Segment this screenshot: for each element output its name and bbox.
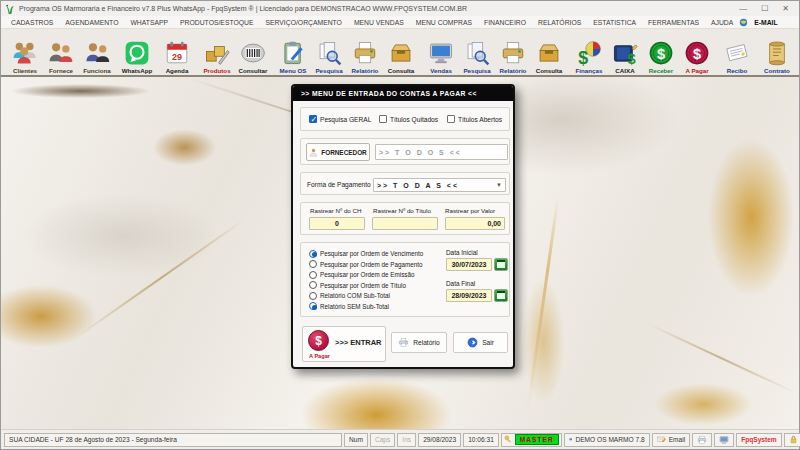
status-app-panel: DEMO OS MARMO 7.8 [564,433,650,447]
menu-email[interactable]: E-MAIL [748,19,783,26]
toolbar-caixa[interactable]: $ CAIXA [607,30,643,75]
toolbar-label: Pesquisa [463,67,490,74]
radio-circle[interactable] [309,281,317,289]
checkbox-titulos-abertos[interactable]: Títulos Abertos [447,115,502,123]
toolbar-consulta-os[interactable]: Consulta [383,30,419,75]
entrar-button[interactable]: $ >>> ENTRAR A Pagar [302,326,386,362]
toolbar: Clientes Fornece Funciona WhatsApp 29 Ag… [1,29,799,77]
maximize-button[interactable]: ☐ [761,1,768,16]
lock-icon [789,435,798,444]
radio-ordem-titulo[interactable]: Pesquisar por Ordem de Título [309,281,406,290]
toolbar-a-pagar[interactable]: $ A Pagar [679,30,715,75]
data-final-field[interactable]: 28/09/2023 [446,289,492,302]
whatsapp-icon [124,40,150,66]
dialog-title: >> MENU DE ENTRADA DO CONTAS A PAGAR << [293,86,513,101]
radio-relatorio-sem-subtotal[interactable]: Relatório SEM Sub-Total [309,302,389,311]
tray-icon [536,40,562,66]
monitor-icon [719,435,729,445]
menu-relatorios[interactable]: RELATÓRIOS [532,19,587,26]
menu-compras[interactable]: MENU COMPRAS [410,19,478,26]
toolbar-clientes[interactable]: Clientes [7,30,43,75]
status-brand: FpqSystem [736,433,782,447]
status-printer-panel[interactable] [692,433,712,447]
close-button[interactable]: ✕ [782,1,789,16]
toolbar-label: Agenda [166,67,189,74]
radio-relatorio-com-subtotal[interactable]: Relatório COM Sub-Total [309,291,390,300]
toolbar-recibo[interactable]: Recibo [719,30,755,75]
toolbar-pesquisa-vendas[interactable]: Pesquisa [459,30,495,75]
status-location: SUA CIDADE - UF 28 de Agosto de 2023 - S… [4,433,342,447]
toolbar-vendas[interactable]: Vendas [423,30,459,75]
menu-vendas[interactable]: MENU VENDAS [348,19,410,26]
radio-ordem-vencimento[interactable]: Pesquisar por Ordem de Vencimento [309,249,423,258]
radio-label: Relatório COM Sub-Total [320,292,390,299]
app-logo-icon [5,4,15,14]
menu-servico-orcamento[interactable]: SERVIÇO/ORÇAMENTO [259,19,347,26]
rastrear-titulo-field[interactable] [372,217,438,230]
toolbar-fornece[interactable]: Fornece [43,30,79,75]
computer-icon [569,435,573,444]
radio-circle[interactable] [309,271,317,279]
status-monitor-panel[interactable] [714,433,734,447]
sair-button[interactable]: Sair [453,332,508,353]
forma-pagamento-select[interactable]: >> T O D A S << ▼ [373,178,506,192]
toolbar-relatorio-vendas[interactable]: Relatório [495,30,531,75]
checkbox-box[interactable] [447,115,455,123]
toolbar-pesquisa-os[interactable]: Pesquisa [311,30,347,75]
toolbar-agenda[interactable]: 29 Agenda [159,30,195,75]
menu-whatsapp[interactable]: WHATSAPP [124,19,174,26]
toolbar-menu-os[interactable]: Menu OS [275,30,311,75]
chevron-down-icon[interactable]: ▼ [496,182,502,188]
relatorio-button[interactable]: Relatório [391,332,447,353]
radio-label: Relatório SEM Sub-Total [320,303,389,310]
status-email-panel[interactable]: Email [652,433,691,447]
toolbar-contrato[interactable]: Contrato [759,30,795,75]
checkbox-label: Títulos Abertos [458,116,502,123]
checkbox-titulos-quitados[interactable]: Títulos Quitados [379,115,438,123]
radio-circle[interactable] [309,292,317,300]
menu-ajuda[interactable]: AJUDA [705,19,739,26]
menu-estatistica[interactable]: ESTATISTICA [587,19,642,26]
status-time: 10:06:31 [463,433,499,447]
toolbar-consultar[interactable]: Consultar [235,30,271,75]
svg-text:$: $ [627,51,635,66]
marble-vein [648,323,794,392]
clients-icon [12,40,38,66]
radio-circle[interactable] [309,250,317,258]
fornecedor-button-label: FORNECEDOR [321,149,366,156]
minimize-button[interactable]: — [739,1,747,16]
menu-financeiro[interactable]: FINANCEIRO [478,19,532,26]
radio-circle[interactable] [309,302,317,310]
toolbar-label: Consultar [239,67,268,74]
toolbar-funciona[interactable]: Funciona [79,30,115,75]
printer-icon [398,337,409,348]
fornecedor-value-field[interactable]: >> T O D O S << [375,144,508,160]
rastrear-ch-field[interactable]: 0 [309,217,365,230]
checkbox-pesquisa-geral[interactable]: Pesquisa GERAL [309,115,371,123]
toolbar-financas[interactable]: $ Finanças [571,30,607,75]
radio-circle[interactable] [309,260,317,268]
rastrear-titulo-label: Rastrear Nº do Título [373,207,431,214]
menu-agendamento[interactable]: AGENDAMENTO [59,19,124,26]
search-pages-icon [316,40,342,66]
checkbox-label: Pesquisa GERAL [320,116,371,123]
fornecedor-button[interactable]: FORNECEDOR [306,143,370,161]
data-final-calendar-button[interactable] [494,289,508,302]
toolbar-label: Produtos [203,67,230,74]
rastrear-valor-field[interactable]: 0,00 [445,217,505,230]
toolbar-relatorio-os[interactable]: Relatório [347,30,383,75]
fornecedor-group: FORNECEDOR >> T O D O S << [300,138,510,165]
menu-ferramentas[interactable]: FERRAMENTAS [642,19,705,26]
toolbar-receber[interactable]: $ Receber [643,30,679,75]
menu-produtos-estoque[interactable]: PRODUTOS/ESTOQUE [174,19,259,26]
menu-cadastros[interactable]: CADASTROS [5,19,59,26]
radio-ordem-emissao[interactable]: Pesquisar por Ordem de Emissão [309,270,415,279]
data-inicial-field[interactable]: 30/07/2023 [446,258,492,271]
toolbar-produtos[interactable]: Produtos [199,30,235,75]
toolbar-consulta-vendas[interactable]: Consulta [531,30,567,75]
checkbox-box[interactable] [309,115,317,123]
data-inicial-calendar-button[interactable] [494,258,508,271]
checkbox-box[interactable] [379,115,387,123]
radio-ordem-pagamento[interactable]: Pesquisar por Ordem de Pagamento [309,260,423,269]
toolbar-whatsapp[interactable]: WhatsApp [119,30,155,75]
